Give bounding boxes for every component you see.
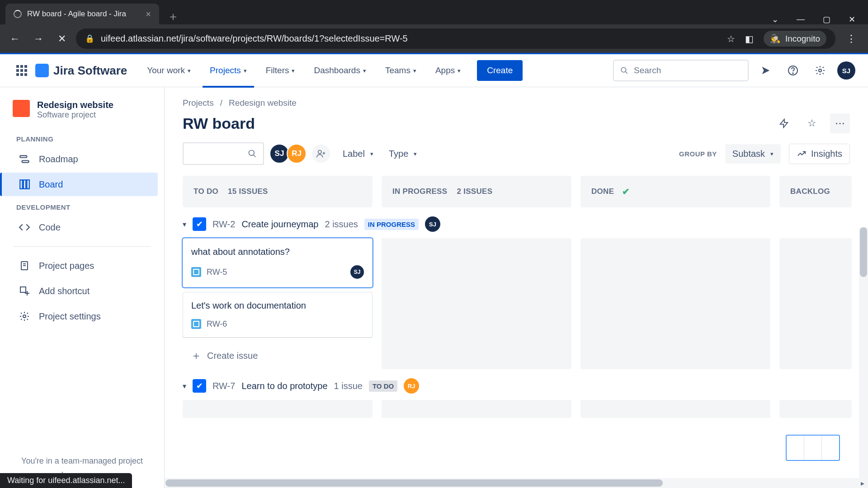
board-search-input[interactable] xyxy=(183,142,264,165)
swimlane-key[interactable]: RW-2 xyxy=(212,219,235,230)
close-tab-icon[interactable]: × xyxy=(146,9,151,19)
type-filter[interactable]: Type▾ xyxy=(385,149,420,159)
create-button[interactable]: Create xyxy=(477,60,523,81)
project-header[interactable]: Redesign website Software project xyxy=(0,97,164,129)
column-header-todo[interactable]: TO DO 15 ISSUES xyxy=(183,176,373,207)
column-header-inprogress[interactable]: IN PROGRESS 2 ISSUES xyxy=(382,176,571,207)
swimlane-header[interactable]: ▾ ✔ RW-2 Create journeymap 2 issues IN P… xyxy=(183,216,850,232)
card-title: Let's work on documentation xyxy=(191,300,364,311)
create-issue-button[interactable]: ＋Create issue xyxy=(183,342,373,369)
svg-point-3 xyxy=(793,73,793,74)
breadcrumb-project[interactable]: Redesign website xyxy=(229,98,297,108)
board-content: Projects / Redesign website RW board ☆ ⋯… xyxy=(165,87,868,488)
swimlane-cell-backlog[interactable] xyxy=(779,238,852,369)
chrome-menu-icon[interactable]: ⋮ xyxy=(840,33,863,45)
svg-line-19 xyxy=(254,155,256,157)
sidebar-item-board[interactable]: Board xyxy=(0,173,158,196)
user-avatar[interactable]: SJ xyxy=(837,61,855,80)
plus-icon: ＋ xyxy=(191,348,202,363)
sidebar-item-code[interactable]: Code xyxy=(5,216,158,239)
chevron-down-icon: ▾ xyxy=(414,150,417,157)
notifications-icon[interactable] xyxy=(756,61,776,80)
card-assignee-avatar[interactable]: SJ xyxy=(350,265,364,279)
avatar-rj[interactable]: RJ xyxy=(287,144,307,164)
more-actions-icon[interactable]: ⋯ xyxy=(830,113,850,133)
stop-reload-button[interactable]: ✕ xyxy=(52,29,71,48)
minimize-icon[interactable]: — xyxy=(797,14,805,24)
nav-projects[interactable]: Projects▾ xyxy=(203,53,254,88)
swimlane-cell-done[interactable] xyxy=(580,238,770,369)
card-key: RW-5 xyxy=(207,267,227,277)
section-planning: PLANNING xyxy=(0,129,164,146)
sidebar-item-add-shortcut[interactable]: Add shortcut xyxy=(5,279,158,303)
chevron-down-icon[interactable]: ▾ xyxy=(183,382,186,390)
bookmark-star-icon[interactable]: ☆ xyxy=(727,33,735,44)
svg-rect-13 xyxy=(20,287,26,292)
board-icon xyxy=(18,178,31,191)
swimlane-cell-backlog[interactable] xyxy=(779,400,852,418)
jira-logo[interactable]: Jira Software xyxy=(35,64,127,78)
column-header-backlog[interactable]: BACKLOG xyxy=(779,176,852,207)
project-sidebar: Redesign website Software project PLANNI… xyxy=(0,87,165,488)
svg-line-1 xyxy=(625,71,627,74)
chevron-down-icon[interactable]: ▾ xyxy=(183,220,186,229)
roadmap-icon xyxy=(18,153,31,165)
swimlane-cell-todo[interactable]: what about annotations? RW-5 SJ Let's wo… xyxy=(183,238,373,369)
browser-tab[interactable]: RW board - Agile board - Jira × xyxy=(5,4,159,24)
vertical-scrollbar[interactable] xyxy=(859,227,868,488)
nav-your-work[interactable]: Your work▾ xyxy=(140,53,198,88)
back-button[interactable]: ← xyxy=(5,29,24,48)
sidebar-item-project-settings[interactable]: Project settings xyxy=(5,305,158,328)
jira-top-nav: Jira Software Your work▾ Projects▾ Filte… xyxy=(0,53,868,87)
new-tab-button[interactable]: ＋ xyxy=(159,9,187,24)
swimlane-key[interactable]: RW-7 xyxy=(212,381,235,391)
global-search-input[interactable]: Search xyxy=(613,60,749,81)
groupby-select[interactable]: Subtask▾ xyxy=(725,144,781,164)
help-icon[interactable] xyxy=(783,61,803,80)
close-window-icon[interactable]: ✕ xyxy=(849,14,855,24)
swimlane-cell-todo[interactable] xyxy=(183,400,373,418)
star-icon[interactable]: ☆ xyxy=(802,113,822,133)
swimlane-assignee-avatar[interactable]: SJ xyxy=(425,216,440,232)
swimlane-cell-inprogress[interactable] xyxy=(382,400,571,418)
search-icon xyxy=(248,149,257,158)
forward-button[interactable]: → xyxy=(29,29,48,48)
issue-card[interactable]: what about annotations? RW-5 SJ xyxy=(183,238,373,287)
nav-filters[interactable]: Filters▾ xyxy=(259,53,302,88)
swimlane-cell-inprogress[interactable] xyxy=(382,238,571,369)
column-header-done[interactable]: DONE✔ xyxy=(580,176,770,207)
app-switcher-icon[interactable] xyxy=(13,61,31,80)
chevron-down-icon: ▾ xyxy=(292,67,295,74)
horizontal-scrollbar[interactable]: ▸ xyxy=(165,478,868,488)
insights-button[interactable]: Insights xyxy=(789,144,850,164)
chevron-down-icon: ▾ xyxy=(770,150,774,157)
breadcrumb-projects[interactable]: Projects xyxy=(183,98,214,108)
swimlane-cell-done[interactable] xyxy=(580,400,770,418)
maximize-icon[interactable]: ▢ xyxy=(823,14,830,24)
swimlane-title: Create journeymap xyxy=(241,219,318,230)
settings-icon[interactable] xyxy=(810,61,830,80)
nav-dashboards[interactable]: Dashboards▾ xyxy=(307,53,373,88)
chevron-down-icon: ▾ xyxy=(363,67,366,74)
code-icon xyxy=(18,221,31,234)
loading-spinner-icon xyxy=(14,10,22,18)
tab-search-icon[interactable]: ⌄ xyxy=(772,14,778,24)
address-bar[interactable]: 🔒 uifeed.atlassian.net/jira/software/pro… xyxy=(76,28,835,49)
issue-card[interactable]: Let's work on documentation RW-6 xyxy=(183,292,373,338)
url-text: uifeed.atlassian.net/jira/software/proje… xyxy=(101,33,408,44)
task-type-icon: ✔ xyxy=(193,379,206,393)
swimlane-assignee-avatar[interactable]: RJ xyxy=(404,378,419,394)
sidebar-item-roadmap[interactable]: Roadmap xyxy=(5,147,158,171)
nav-apps[interactable]: Apps▾ xyxy=(428,53,468,88)
nav-teams[interactable]: Teams▾ xyxy=(378,53,424,88)
lock-icon[interactable]: 🔒 xyxy=(85,34,94,43)
label-filter[interactable]: Label▾ xyxy=(339,149,377,159)
quick-filters-widget[interactable] xyxy=(786,435,840,461)
gear-icon xyxy=(18,310,31,323)
add-people-icon[interactable] xyxy=(311,144,331,164)
extensions-icon[interactable]: ◧ xyxy=(745,33,754,44)
sidebar-item-project-pages[interactable]: Project pages xyxy=(5,254,158,277)
automation-icon[interactable] xyxy=(774,113,794,133)
incognito-indicator[interactable]: 🕵 Incognito xyxy=(764,31,826,47)
swimlane-header[interactable]: ▾ ✔ RW-7 Learn to do prototype 1 issue T… xyxy=(183,378,850,394)
